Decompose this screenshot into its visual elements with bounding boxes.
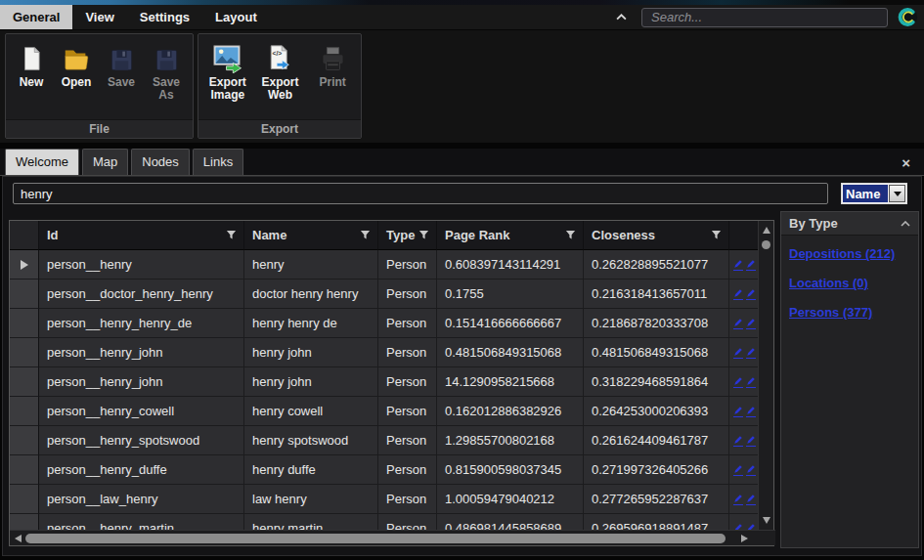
cell-name[interactable]: henry xyxy=(244,250,378,280)
cell-type[interactable]: Person xyxy=(378,485,437,514)
row-selector-cell[interactable] xyxy=(10,367,39,397)
table-row[interactable]: person__henry_henry_de henry henry de Pe… xyxy=(10,309,773,338)
cell-closeness[interactable]: 0.271997326405266 xyxy=(584,455,729,485)
cell-type[interactable]: Person xyxy=(378,455,437,485)
export-image-button[interactable]: Export Image xyxy=(201,37,254,118)
tab-links[interactable]: Links xyxy=(193,149,243,175)
cell-name[interactable]: doctor henry henry xyxy=(244,280,378,309)
cell-closeness[interactable]: 0.264253000206393 xyxy=(584,397,729,426)
row-selector-cell[interactable] xyxy=(10,250,39,280)
type-link-persons[interactable]: Persons (377) xyxy=(789,305,910,320)
new-button[interactable]: New xyxy=(9,37,54,118)
cell-name[interactable]: henry john xyxy=(244,367,378,397)
tab-nodes[interactable]: Nodes xyxy=(131,149,190,175)
menu-item-general[interactable]: General xyxy=(0,5,72,29)
edit-link-icon[interactable] xyxy=(733,376,743,388)
edit-link-icon[interactable] xyxy=(746,406,756,417)
cell-page-rank[interactable]: 1.29855700802168 xyxy=(437,426,584,455)
cell-closeness[interactable]: 0.277265952287637 xyxy=(584,485,729,514)
edit-link-icon[interactable] xyxy=(733,347,743,359)
cell-name[interactable]: henry henry de xyxy=(244,309,378,338)
cell-type[interactable]: Person xyxy=(378,250,437,280)
table-row[interactable]: person__henry henry Person 0.60839714311… xyxy=(10,250,773,280)
cell-name[interactable]: henry cowell xyxy=(244,397,378,426)
vertical-scrollbar[interactable] xyxy=(758,221,773,530)
chevron-up-icon[interactable] xyxy=(901,221,910,227)
edit-link-icon[interactable] xyxy=(746,376,756,388)
cell-id[interactable]: person__henry xyxy=(39,250,244,280)
cell-name[interactable]: henry duffe xyxy=(244,455,378,485)
table-row[interactable]: person__doctor_henry_henry doctor henry … xyxy=(10,280,773,309)
edit-link-icon[interactable] xyxy=(746,494,756,505)
edit-link-icon[interactable] xyxy=(733,435,743,447)
ribbon-collapse-button[interactable] xyxy=(610,9,632,26)
cell-name[interactable]: henry martin xyxy=(244,514,378,531)
table-row[interactable]: person__henry_spotswood henry spotswood … xyxy=(10,426,773,455)
scroll-right-arrow-icon[interactable] xyxy=(741,535,748,542)
row-selector-cell[interactable] xyxy=(10,514,39,531)
scroll-left-arrow-icon[interactable] xyxy=(15,535,22,542)
cell-closeness[interactable]: 0.261624409461787 xyxy=(584,426,729,455)
tab-welcome[interactable]: Welcome xyxy=(5,149,79,175)
edit-link-icon[interactable] xyxy=(733,494,743,505)
cell-page-rank[interactable]: 0.1755 xyxy=(437,280,584,309)
cell-page-rank[interactable]: 0.486981445858689 xyxy=(437,514,584,531)
cell-type[interactable]: Person xyxy=(378,367,437,397)
column-header-name[interactable]: Name xyxy=(244,221,378,250)
edit-link-icon[interactable] xyxy=(746,435,756,447)
cell-id[interactable]: person__law_henry xyxy=(39,485,244,514)
filter-funnel-icon[interactable] xyxy=(565,230,576,240)
cell-type[interactable]: Person xyxy=(378,309,437,338)
open-button[interactable]: Open xyxy=(54,37,99,118)
cell-name[interactable]: law henry xyxy=(244,485,378,514)
column-header-closeness[interactable]: Closeness xyxy=(584,221,729,250)
cell-id[interactable]: person__henry_cowell xyxy=(39,397,244,426)
edit-link-icon[interactable] xyxy=(746,464,756,476)
cell-closeness[interactable]: 0.481506849315068 xyxy=(584,338,729,367)
filter-funnel-icon[interactable] xyxy=(711,230,722,240)
table-row[interactable]: person__law_henry law henry Person 1.000… xyxy=(10,485,773,514)
export-web-button[interactable]: </> Export Web xyxy=(254,37,307,118)
cell-closeness[interactable]: 0.216318413657011 xyxy=(584,280,729,309)
table-row[interactable]: person__henry_john henry john Person 0.4… xyxy=(10,338,773,367)
edit-link-icon[interactable] xyxy=(746,347,756,359)
cell-page-rank[interactable]: 14.1290958215668 xyxy=(437,367,584,397)
cell-name[interactable]: henry john xyxy=(244,338,378,367)
cell-type[interactable]: Person xyxy=(378,426,437,455)
scroll-up-arrow-icon[interactable] xyxy=(763,227,770,234)
cell-name[interactable]: henry spotswood xyxy=(244,426,378,455)
vertical-scroll-thumb[interactable] xyxy=(762,240,770,249)
cell-id[interactable]: person__henry_martin xyxy=(39,514,244,531)
cell-page-rank[interactable]: 0.481506849315068 xyxy=(437,338,584,367)
menu-item-view[interactable]: View xyxy=(72,5,126,29)
cell-closeness[interactable]: 0.318229468591864 xyxy=(584,367,729,397)
cell-page-rank[interactable]: 0.608397143114291 xyxy=(437,250,584,280)
cell-page-rank[interactable]: 1.00059479040212 xyxy=(437,485,584,514)
field-selector-combobox[interactable]: Name xyxy=(841,183,907,204)
search-input[interactable] xyxy=(641,8,888,27)
save-button[interactable]: Save xyxy=(99,37,144,118)
cell-closeness[interactable]: 0.218687820333708 xyxy=(584,309,729,338)
cell-id[interactable]: person__henry_spotswood xyxy=(39,426,244,455)
horizontal-scroll-thumb[interactable] xyxy=(25,534,726,543)
type-link-locations[interactable]: Locations (0) xyxy=(789,276,910,290)
column-header-id[interactable]: Id xyxy=(39,221,244,250)
by-type-header[interactable]: By Type xyxy=(781,212,918,236)
row-selector-cell[interactable] xyxy=(10,309,39,338)
type-link-depositions[interactable]: Depositions (212) xyxy=(789,246,910,261)
column-header-page-rank[interactable]: Page Rank xyxy=(437,221,584,250)
filter-input[interactable] xyxy=(13,183,828,204)
cell-page-rank[interactable]: 0.162012886382926 xyxy=(437,397,584,426)
cell-type[interactable]: Person xyxy=(378,514,437,531)
table-row[interactable]: person__henry_cowell henry cowell Person… xyxy=(10,397,773,426)
close-tab-button[interactable]: × xyxy=(902,155,910,170)
cell-id[interactable]: person__doctor_henry_henry xyxy=(39,280,244,309)
row-selector-cell[interactable] xyxy=(10,397,39,426)
cell-page-rank[interactable]: 0.151416666666667 xyxy=(437,309,584,338)
menu-item-settings[interactable]: Settings xyxy=(127,5,202,29)
row-selector-cell[interactable] xyxy=(10,426,39,455)
edit-link-icon[interactable] xyxy=(746,288,756,300)
tab-map[interactable]: Map xyxy=(82,149,128,175)
combobox-dropdown-button[interactable] xyxy=(889,185,905,202)
table-row[interactable]: person__henry_duffe henry duffe Person 0… xyxy=(10,455,773,485)
